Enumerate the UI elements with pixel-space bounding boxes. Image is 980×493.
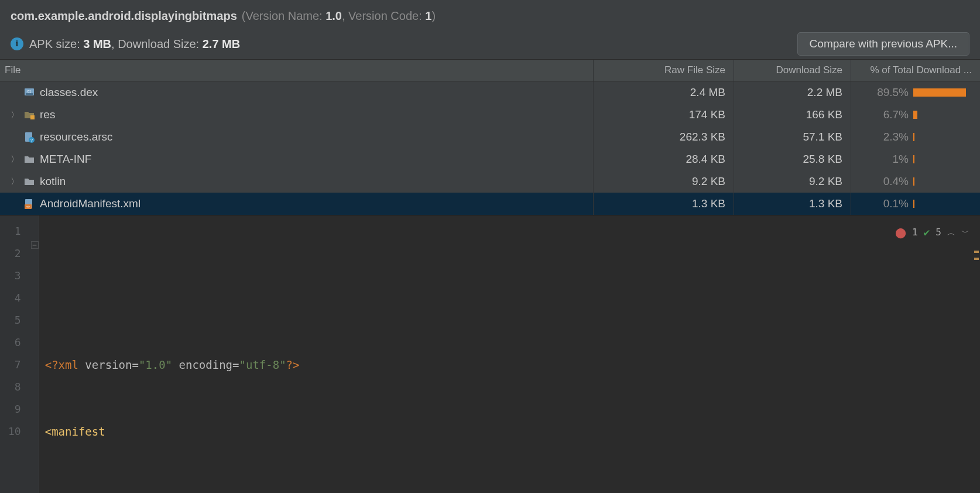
dex-icon: 01 (23, 87, 35, 98)
error-icon: ⬤ (895, 221, 906, 244)
percent-text: 89.5% (876, 86, 909, 99)
table-row[interactable]: 〉kotlin9.2 KB9.2 KB0.4% (0, 170, 980, 193)
svg-rect-1 (26, 93, 33, 95)
folder-plain-icon (23, 176, 35, 187)
package-name: com.example.android.displayingbitmaps (11, 9, 237, 23)
table-row[interactable]: 〉res174 KB166 KB6.7% (0, 104, 980, 126)
raw-size: 262.3 KB (594, 126, 734, 148)
compare-apk-button[interactable]: Compare with previous APK... (797, 32, 969, 56)
percent-bar (913, 154, 972, 165)
table-row[interactable]: 〉<>AndroidManifest.xml1.3 KB1.3 KB0.1% (0, 193, 980, 215)
download-size: 57.1 KB (734, 126, 851, 148)
line-number: 1 (8, 220, 21, 242)
download-size: 166 KB (734, 104, 851, 126)
version-meta: (Version Name: 1.0, Version Code: 1) (242, 9, 436, 23)
arsc-icon: ? (23, 131, 35, 143)
info-icon: i (11, 37, 23, 50)
line-number: 7 (8, 354, 21, 376)
percent-text: 0.1% (876, 197, 909, 210)
file-name: classes.dex (40, 86, 98, 99)
svg-text:?: ? (30, 138, 33, 142)
percent-bar (913, 109, 972, 120)
code-editor[interactable]: 12345678910 − ⬤1 ✔5 ︿ ﹀ <?xml version="1… (0, 215, 980, 493)
error-stripe[interactable] (973, 215, 979, 493)
raw-size: 1.3 KB (594, 193, 734, 215)
percent-bar (913, 132, 972, 142)
fold-toggle-icon[interactable]: − (31, 241, 39, 249)
folder-icon (23, 109, 35, 121)
percent-text: 0.4% (876, 175, 909, 188)
percent-text: 6.7% (876, 108, 909, 121)
download-size: 1.3 KB (734, 193, 851, 215)
line-number: 6 (8, 331, 21, 354)
inspection-widget[interactable]: ⬤1 ✔5 ︿ ﹀ (893, 220, 972, 245)
line-number: 5 (8, 309, 21, 331)
col-header-file[interactable]: File (0, 60, 594, 81)
download-size: 9.2 KB (734, 170, 851, 193)
line-number: 8 (8, 376, 21, 398)
apk-title-line: com.example.android.displayingbitmaps (V… (11, 9, 969, 23)
code-line: <?xml version="1.0" encoding="utf-8"?> (45, 354, 980, 376)
col-header-percent[interactable]: % of Total Download ... (851, 60, 980, 81)
percent-text: 1% (876, 153, 909, 166)
prev-highlight-icon[interactable]: ︿ (947, 221, 955, 244)
warning-count: 5 (936, 221, 941, 244)
table-row[interactable]: 〉01classes.dex2.4 MB2.2 MB89.5% (0, 81, 980, 104)
warning-icon: ✔ (924, 221, 930, 244)
file-name: META-INF (40, 153, 91, 166)
line-number: 4 (8, 287, 21, 309)
folder-plain-icon (23, 153, 35, 165)
line-number: 3 (8, 265, 21, 287)
percent-text: 2.3% (876, 131, 909, 143)
error-count: 1 (912, 221, 918, 244)
line-number: 9 (8, 398, 21, 420)
editor-code[interactable]: − ⬤1 ✔5 ︿ ﹀ <?xml version="1.0" encoding… (39, 215, 980, 493)
file-name: kotlin (40, 175, 66, 188)
table-row[interactable]: 〉META-INF28.4 KB25.8 KB1% (0, 148, 980, 170)
file-name: res (40, 108, 55, 121)
next-highlight-icon[interactable]: ﹀ (961, 221, 969, 244)
download-size: 2.2 MB (734, 81, 851, 104)
code-line: xmlns:android="http://schemas.android.co… (45, 487, 980, 493)
download-size: 25.8 KB (734, 148, 851, 170)
apk-size-line: i APK size: 3 MB, Download Size: 2.7 MB (11, 37, 240, 51)
percent-bar (913, 198, 972, 209)
expand-chevron-icon[interactable]: 〉 (11, 176, 19, 187)
raw-size: 9.2 KB (594, 170, 734, 193)
percent-bar (913, 87, 972, 98)
svg-text:01: 01 (28, 90, 32, 93)
table-row[interactable]: 〉?resources.arsc262.3 KB57.1 KB2.3% (0, 126, 980, 148)
raw-size: 2.4 MB (594, 81, 734, 104)
percent-bar (913, 176, 972, 187)
file-name: resources.arsc (40, 131, 113, 143)
code-line: <manifest (45, 420, 980, 443)
file-table-header: File Raw File Size Download Size % of To… (0, 60, 980, 81)
svg-text:<>: <> (26, 205, 30, 208)
raw-size: 28.4 KB (594, 148, 734, 170)
col-header-raw[interactable]: Raw File Size (594, 60, 734, 81)
svg-rect-3 (30, 115, 35, 119)
editor-gutter: 12345678910 (0, 215, 39, 493)
raw-size: 174 KB (594, 104, 734, 126)
apk-header: com.example.android.displayingbitmaps (V… (0, 0, 980, 59)
file-name: AndroidManifest.xml (40, 197, 141, 210)
line-number: 10 (8, 420, 21, 443)
file-table: File Raw File Size Download Size % of To… (0, 59, 980, 215)
line-number: 2 (8, 242, 21, 265)
xml-icon: <> (23, 198, 35, 210)
col-header-download[interactable]: Download Size (734, 60, 851, 81)
expand-chevron-icon[interactable]: 〉 (11, 109, 19, 121)
expand-chevron-icon[interactable]: 〉 (11, 154, 19, 165)
